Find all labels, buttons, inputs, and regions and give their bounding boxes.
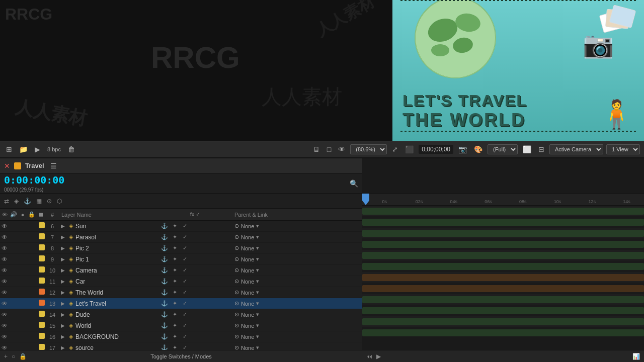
track-bar[interactable] [362,307,644,314]
fit-icon[interactable]: ⤢ [390,144,400,154]
zoom-dropdown[interactable]: (80.6%) [350,144,387,154]
layer-name[interactable]: Pic 2 [75,245,160,252]
layer-name[interactable]: Car [75,278,160,285]
composition-icon[interactable]: ⊞ [4,144,14,154]
layer-expand-icon[interactable]: ▶ [59,334,66,339]
layer-star-icon[interactable]: ✦ [170,278,179,285]
layer-expand-icon[interactable]: ▶ [59,312,66,317]
layer-aa-icon[interactable]: ⚓ [160,344,169,350]
layer-tools-icon-6[interactable]: ⬡ [55,198,64,205]
layer-row[interactable]: 👁 10 ▶ ◈ Camera ⚓ ✦ ✓ ⊙ None ▾ [0,265,362,276]
layer-expand-icon[interactable]: ▶ [59,345,66,350]
comp-close-icon[interactable]: ✕ [4,162,10,170]
layer-name[interactable]: The World [75,289,160,296]
layer-aa-icon[interactable]: ⚓ [160,333,169,340]
solo-icon[interactable]: ○ [12,353,15,360]
layer-tools-icon-5[interactable]: ⊙ [45,198,54,205]
layer-aa-icon[interactable]: ⚓ [160,234,169,240]
track-bar[interactable] [362,219,644,226]
layer-tools-icon-1[interactable]: ⇄ [2,198,11,205]
layer-visibility-icon[interactable]: 👁 [0,234,9,241]
layer-name[interactable]: BACKGROUND [75,333,160,340]
track-bar[interactable] [362,329,644,336]
layer-star-icon[interactable]: ✦ [170,333,179,340]
layer-expand-icon[interactable]: ▶ [59,301,66,306]
layer-row[interactable]: 👁 7 ▶ ◈ Parasol ⚓ ✦ ✓ ⊙ None ▾ [0,232,362,243]
layer-expand-icon[interactable]: ▶ [59,223,66,229]
layer-checkmark-icon[interactable]: ✓ [180,322,189,329]
layer-parent-dropdown-icon[interactable]: ▾ [256,289,259,296]
layer-checkmark-icon[interactable]: ✓ [180,256,189,262]
layer-row[interactable]: 👁 17 ▶ ◈ source ⚓ ✦ ✓ ⊙ None ▾ [0,342,362,350]
layer-row[interactable]: 👁 9 ▶ ◈ Pic 1 ⚓ ✦ ✓ ⊙ None ▾ [0,254,362,265]
layer-tools-icon-4[interactable]: ▦ [34,198,44,205]
add-layer-icon[interactable]: + [4,353,8,360]
layer-visibility-icon[interactable]: 👁 [0,245,9,252]
layer-parent-dropdown-icon[interactable]: ▾ [256,267,259,274]
safe-zones-icon[interactable]: ⬛ [403,144,416,154]
layer-star-icon[interactable]: ✦ [170,256,179,262]
layer-row[interactable]: 👁 11 ▶ ◈ Car ⚓ ✦ ✓ ⊙ None ▾ [0,276,362,287]
layer-name[interactable]: source [75,344,160,350]
layer-star-icon[interactable]: ✦ [170,289,179,296]
layer-checkmark-icon[interactable]: ✓ [180,267,189,274]
timeline-graph-icon[interactable]: 📊 [632,353,640,360]
layer-star-icon[interactable]: ✦ [170,344,179,350]
track-bar[interactable] [362,252,644,259]
layer-expand-icon[interactable]: ▶ [59,290,66,295]
layer-expand-icon[interactable]: ▶ [59,267,66,273]
folder-icon[interactable]: 📁 [17,144,30,154]
layer-visibility-icon[interactable]: 👁 [0,256,9,263]
layer-checkmark-icon[interactable]: ✓ [180,234,189,240]
layer-parent-dropdown-icon[interactable]: ▾ [256,234,259,240]
layer-aa-icon[interactable]: ⚓ [160,278,169,285]
layer-name[interactable]: Let's Travel [75,300,160,307]
layer-parent-dropdown-icon[interactable]: ▾ [256,245,259,251]
layer-checkmark-icon[interactable]: ✓ [180,245,189,251]
layer-visibility-icon[interactable]: 👁 [0,223,9,230]
layer-visibility-icon[interactable]: 👁 [0,300,9,307]
timeline-play-icon[interactable]: ▶ [376,353,381,360]
track-bar[interactable] [362,263,644,270]
search-icon[interactable]: 🔍 [350,179,358,188]
timeline-start-icon[interactable]: ⏮ [366,353,372,360]
layer-star-icon[interactable]: ✦ [170,311,179,318]
layer-visibility-icon[interactable]: 👁 [0,267,9,274]
monitor-icon[interactable]: 🖥 [311,144,322,154]
layer-star-icon[interactable]: ✦ [170,267,179,274]
camera3d-icon[interactable]: 👁 [336,144,347,154]
track-bar[interactable] [362,208,644,215]
layer-row[interactable]: 👁 12 ▶ ◈ The World ⚓ ✦ ✓ ⊙ None ▾ [0,287,362,298]
trash-icon[interactable]: 🗑 [66,144,77,154]
timeline-ruler[interactable]: 0s02s04s06s08s10s12s14s [362,194,644,206]
track-bar[interactable] [362,296,644,303]
view-settings-icon[interactable]: ⊟ [536,144,546,154]
lock-bottom-icon[interactable]: 🔒 [19,353,27,360]
layer-aa-icon[interactable]: ⚓ [160,267,169,274]
layer-parent-dropdown-icon[interactable]: ▾ [256,333,259,340]
display-icon[interactable]: □ [325,144,333,154]
layer-parent-dropdown-icon[interactable]: ▾ [256,256,259,262]
track-bar[interactable] [362,285,644,292]
snapshot-icon[interactable]: 📷 [456,144,469,154]
layer-checkmark-icon[interactable]: ✓ [180,223,189,229]
layer-row[interactable]: 👁 13 ▶ ◈ Let's Travel ⚓ ✦ ✓ ⊙ None ▾ [0,298,362,309]
layer-name[interactable]: Pic 1 [75,256,160,263]
layer-star-icon[interactable]: ✦ [170,223,179,229]
layer-visibility-icon[interactable]: 👁 [0,333,9,340]
layer-parent-dropdown-icon[interactable]: ▾ [256,311,259,318]
layer-expand-icon[interactable]: ▶ [59,256,66,262]
region-icon[interactable]: ⬜ [521,144,533,154]
layer-expand-icon[interactable]: ▶ [59,234,66,240]
camera-dropdown[interactable]: Active Camera [549,144,603,154]
layer-checkmark-icon[interactable]: ✓ [180,311,189,318]
layer-parent-dropdown-icon[interactable]: ▾ [256,300,259,307]
layer-aa-icon[interactable]: ⚓ [160,322,169,329]
layer-expand-icon[interactable]: ▶ [59,279,66,284]
layer-parent-dropdown-icon[interactable]: ▾ [256,344,259,350]
layer-star-icon[interactable]: ✦ [170,245,179,251]
layer-expand-icon[interactable]: ▶ [59,323,66,328]
color-picker-icon[interactable]: 🎨 [472,144,485,154]
layer-aa-icon[interactable]: ⚓ [160,223,169,229]
track-bar[interactable] [362,241,644,248]
